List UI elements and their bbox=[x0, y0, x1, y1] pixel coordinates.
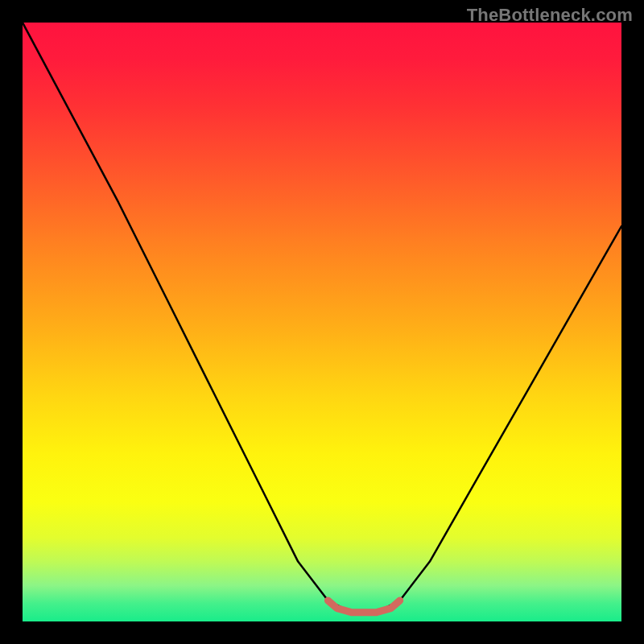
bottleneck-curve bbox=[23, 23, 621, 613]
plot-area bbox=[23, 23, 621, 621]
highlight-segment bbox=[328, 601, 399, 613]
chart-frame: TheBottleneck.com bbox=[0, 0, 644, 644]
curve-layer bbox=[23, 23, 621, 621]
watermark-text: TheBottleneck.com bbox=[467, 5, 633, 26]
